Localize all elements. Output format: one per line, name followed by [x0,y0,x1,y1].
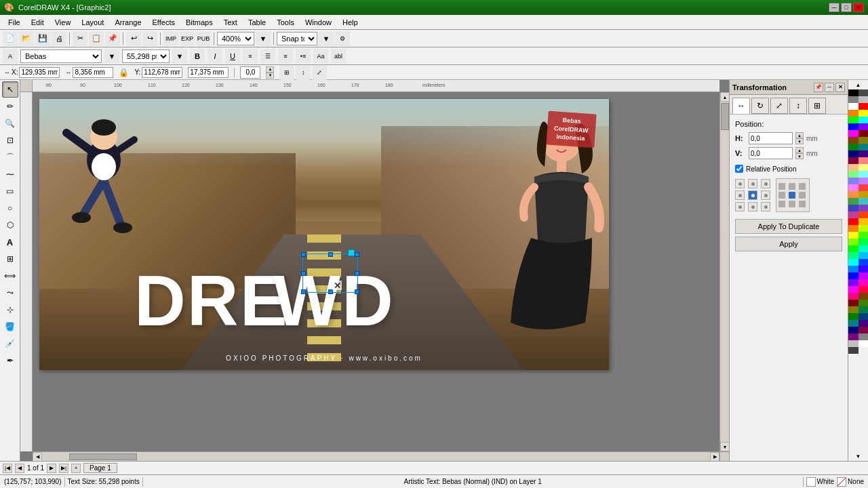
color-swatch[interactable] [859,293,869,300]
apply-button[interactable]: Apply [735,237,842,251]
color-swatch[interactable] [859,340,869,347]
page-add[interactable]: + [71,464,81,473]
snap-settings[interactable]: ⚙ [335,31,350,46]
pos-ml[interactable] [735,190,745,200]
tab-scale[interactable]: ⤢ [770,98,788,114]
titlebar-controls[interactable]: ─ □ ✕ [829,3,864,12]
undo-button[interactable]: ↩ [126,31,141,46]
tool-connector[interactable]: ⤳ [2,285,18,301]
color-swatch[interactable] [848,103,859,110]
menu-table[interactable]: Table [243,17,271,28]
color-swatch[interactable] [859,313,869,320]
color-swatch[interactable] [848,245,859,252]
color-swatch[interactable] [859,157,869,164]
color-swatch[interactable] [848,259,859,266]
color-swatch[interactable] [848,205,859,211]
color-swatch[interactable] [848,232,859,239]
tool-text[interactable]: A [2,234,18,250]
tab-size[interactable]: ↕ [789,98,807,114]
color-swatch[interactable] [859,123,869,130]
handle-ml[interactable] [301,271,306,276]
color-swatch[interactable] [848,171,859,178]
v-spin[interactable]: ▲ ▼ [795,147,804,159]
undo-spin[interactable]: ▲ ▼ [266,66,274,79]
menu-text[interactable]: Text [218,17,243,28]
copy-button[interactable]: 📋 [89,31,104,46]
color-swatch[interactable] [848,164,859,171]
color-swatch[interactable] [848,333,859,340]
font-name-combo[interactable]: Bebas [20,49,102,63]
w-input[interactable] [73,67,113,78]
tool-freehand[interactable]: ✏ [2,98,18,115]
tool-eyedrop[interactable]: 💉 [2,336,18,352]
color-swatch[interactable] [848,157,859,164]
pos-bm[interactable] [748,202,757,211]
color-swatch[interactable] [859,266,869,272]
tab-skew[interactable]: ⊞ [808,98,826,114]
snap-combo[interactable]: Snap to [277,32,317,45]
color-swatch[interactable] [859,218,869,225]
bold-button[interactable]: B [190,49,205,64]
save-button[interactable]: 💾 [35,31,50,46]
color-swatch[interactable] [859,171,869,178]
export-button[interactable]: EXP [180,31,195,46]
pos-bl[interactable] [735,202,745,211]
color-swatch[interactable] [848,340,859,347]
color-swatch[interactable] [848,300,859,306]
color-swatch[interactable] [859,239,869,245]
font-size-combo[interactable]: 55,298 pt [122,49,170,63]
hscroll-thumb[interactable] [69,453,137,460]
color-swatch[interactable] [848,184,859,191]
snap-dropdown[interactable]: ▼ [319,31,334,46]
pos-mc[interactable] [748,190,757,200]
color-swatch[interactable] [859,333,869,340]
color-swatch[interactable] [848,117,859,123]
apply-to-duplicate-button[interactable]: Apply To Duplicate [735,219,842,234]
tool-outline[interactable]: ✒ [2,352,18,369]
color-swatch[interactable] [859,259,869,266]
fontsize-dropdown[interactable]: ▼ [172,49,187,64]
color-swatch[interactable] [859,164,869,171]
color-swatch[interactable] [859,150,869,157]
color-swatch[interactable] [848,239,859,245]
undo-down[interactable]: ▼ [266,73,274,79]
tool-smart[interactable]: ⁓ [2,166,18,182]
menu-arrange[interactable]: Arrange [109,17,146,28]
tool-table[interactable]: ⊞ [2,251,18,267]
color-swatch[interactable] [859,300,869,306]
color-swatch[interactable] [848,110,859,117]
h-value-input[interactable] [749,132,793,144]
publish-button[interactable]: PUB [196,31,211,46]
color-swatch[interactable] [859,96,869,103]
transform-mirror[interactable]: ⤢ [312,65,327,80]
color-swatch[interactable] [848,89,859,96]
color-swatch[interactable] [848,144,859,150]
handle-br[interactable] [355,289,359,294]
tool-blend[interactable]: ⊹ [2,302,18,318]
align-right-button[interactable]: ≡ [278,49,293,64]
tool-zoom[interactable]: 🔍 [2,115,18,131]
color-swatch[interactable] [859,279,869,286]
open-button[interactable]: 📂 [19,31,34,46]
cut-button[interactable]: ✂ [73,31,87,46]
color-swatch[interactable] [859,205,869,211]
align-center-button[interactable]: ☰ [260,49,275,64]
edit-text-button[interactable]: abl [331,49,346,64]
h-spin[interactable]: ▲ ▼ [795,132,804,144]
docker-pin[interactable]: 📌 [814,83,823,92]
print-button[interactable]: 🖨 [52,31,66,46]
color-swatch[interactable] [859,103,869,110]
tool-select[interactable]: ↖ [2,81,18,98]
page-prev[interactable]: ◀ [15,464,24,473]
color-swatch[interactable] [859,198,869,205]
handle-tr[interactable] [355,252,359,257]
color-swatch[interactable] [848,130,859,137]
color-swatch[interactable] [859,327,869,333]
color-swatch[interactable] [859,272,869,279]
fill-color-box[interactable] [806,477,816,487]
color-swatch[interactable] [859,232,869,239]
zoom-dropdown[interactable]: ▼ [256,31,271,46]
pos-tm[interactable] [748,179,757,188]
new-button[interactable]: 📄 [3,31,18,46]
color-swatch[interactable] [859,211,869,218]
